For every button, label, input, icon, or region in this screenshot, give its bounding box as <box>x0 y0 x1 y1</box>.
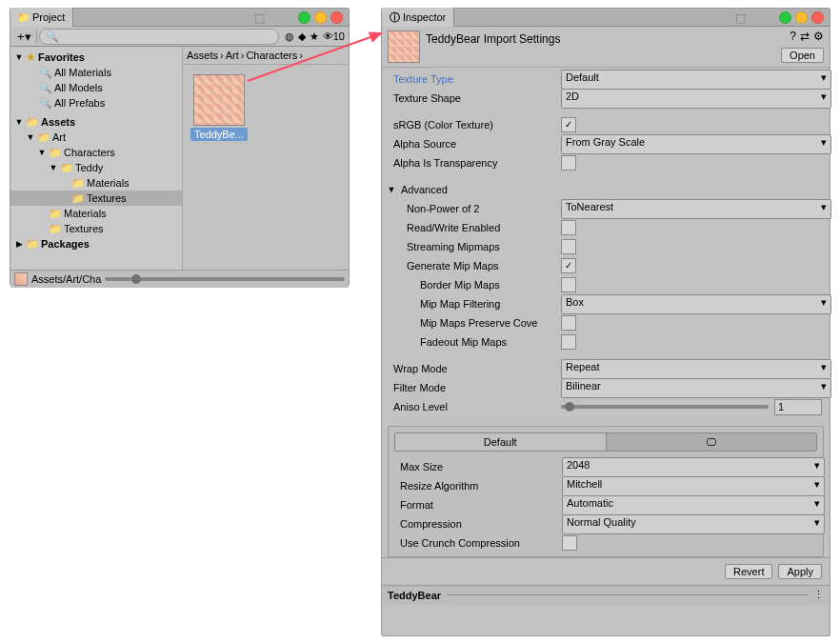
maxsize-select[interactable]: 2048▾ <box>562 457 825 477</box>
filtermode-select[interactable]: Bilinear▾ <box>561 378 831 398</box>
project-content: Assets› Art› Characters› TeddyBe... <box>183 47 349 270</box>
platform-tab-default[interactable]: Default <box>395 433 607 451</box>
create-button[interactable]: +▾ <box>14 30 34 44</box>
project-panel: 📁 Project ⬚ +▾ 🔍 ◍ ◆ ★ 👁 10 ▼ <box>10 8 350 286</box>
chevron-icon: › <box>299 50 303 61</box>
tab-label: Project <box>32 11 65 23</box>
aniso-label: Aniso Level <box>393 401 561 412</box>
texture-thumb[interactable]: TeddyBe... <box>192 74 246 141</box>
search-input[interactable]: 🔍 <box>39 29 279 45</box>
aniso-value[interactable] <box>774 399 822 415</box>
tab-label: Inspector <box>403 11 446 23</box>
format-select[interactable]: Automatic▾ <box>562 495 825 515</box>
texture-shape-label: Texture Shape <box>393 92 561 104</box>
npot-select[interactable]: ToNearest▾ <box>561 199 831 219</box>
favorite-save-icon[interactable]: ★ <box>310 30 319 43</box>
crunch-label: Use Crunch Compression <box>400 537 562 549</box>
resize-select[interactable]: Mitchell▾ <box>562 476 825 496</box>
search-icon: 🔍 <box>39 67 52 79</box>
tree-item[interactable]: ▼📁Art <box>10 130 182 145</box>
favorite-item[interactable]: 🔍 All Materials <box>10 65 182 80</box>
tree-item[interactable]: 📁Materials <box>10 175 182 191</box>
apply-button[interactable]: Apply <box>778 564 822 579</box>
asset-preview-icon <box>388 30 420 63</box>
alpha-transp-checkbox[interactable] <box>561 155 576 171</box>
apply-bar: Revert Apply <box>382 557 830 586</box>
rw-checkbox[interactable] <box>561 220 576 235</box>
fadeout-checkbox[interactable] <box>561 334 576 350</box>
window-controls <box>779 11 824 24</box>
bordermip-label: Border Mip Maps <box>420 279 561 291</box>
texture-type-select[interactable]: Default▾ <box>561 70 831 90</box>
thumb-size-slider[interactable] <box>105 277 345 281</box>
maxsize-label: Max Size <box>400 461 562 472</box>
stream-label: Streaming Mipmaps <box>407 241 561 252</box>
help-icon[interactable]: ? <box>790 30 796 43</box>
revert-button[interactable]: Revert <box>725 564 772 579</box>
advanced-foldout[interactable]: ▼Advanced <box>386 180 822 199</box>
tab-inspector[interactable]: ⓘ Inspector <box>382 8 454 27</box>
folder-icon: 📁 <box>49 208 62 220</box>
resize-label: Resize Algorithm <box>400 480 562 492</box>
alpha-transp-label: Alpha Is Transparency <box>393 157 561 169</box>
preset-icon[interactable]: ⇄ <box>800 30 810 43</box>
folder-icon: 📁 <box>26 116 39 129</box>
tree-item[interactable]: ▼📁Teddy <box>10 160 182 175</box>
min-icon[interactable] <box>779 11 791 24</box>
inspector-header: TeddyBear Import Settings ? ⇄ ⚙ Open <box>382 27 830 68</box>
pin-icon[interactable]: ⬚ <box>735 11 746 25</box>
max-icon[interactable] <box>314 11 327 24</box>
srgb-checkbox[interactable]: ✓ <box>561 117 576 132</box>
tree-item[interactable]: 📁Materials <box>10 206 182 221</box>
crunch-checkbox[interactable] <box>562 535 577 551</box>
project-sidebar[interactable]: ▼★ Favorites 🔍 All Materials 🔍 All Model… <box>10 47 183 270</box>
texture-shape-select[interactable]: 2D▾ <box>561 89 831 109</box>
aniso-slider[interactable] <box>561 405 769 409</box>
wrap-label: Wrap Mode <box>393 363 561 374</box>
bordermip-checkbox[interactable] <box>561 277 576 292</box>
chevron-icon: › <box>241 50 245 61</box>
platform-tab-standalone[interactable]: 🖵 <box>607 433 817 451</box>
tab-project[interactable]: 📁 Project <box>10 8 73 27</box>
stream-checkbox[interactable] <box>561 239 576 254</box>
folder-icon: 📁 <box>60 162 73 174</box>
search-icon: 🔍 <box>46 30 59 43</box>
compression-select[interactable]: Normal Quality▾ <box>562 514 825 534</box>
close-icon[interactable] <box>330 11 343 24</box>
max-icon[interactable] <box>795 11 808 24</box>
preview-bar[interactable]: TeddyBear ⋮ <box>382 586 830 604</box>
hidden-count[interactable]: 👁 10 <box>323 30 345 42</box>
window-controls <box>298 11 343 24</box>
texture-settings: Texture Type Default▾ Texture Shape 2D▾ … <box>382 68 830 420</box>
close-icon[interactable] <box>811 11 824 24</box>
project-toolbar: +▾ 🔍 ◍ ◆ ★ 👁 10 <box>10 27 349 47</box>
gear-icon[interactable]: ⚙ <box>813 30 824 43</box>
breadcrumb[interactable]: Assets› Art› Characters› <box>183 47 349 65</box>
favorite-item[interactable]: 🔍 All Prefabs <box>10 95 182 111</box>
wrap-select[interactable]: Repeat▾ <box>561 359 831 379</box>
tree-item[interactable]: ▼📁Characters <box>10 145 182 160</box>
mipfilter-select[interactable]: Box▾ <box>561 294 831 314</box>
mipcov-checkbox[interactable] <box>561 315 576 331</box>
asset-grid[interactable]: TeddyBe... <box>183 65 349 270</box>
alpha-source-select[interactable]: From Gray Scale▾ <box>561 134 831 154</box>
footer-path: Assets/Art/Cha <box>31 273 101 285</box>
favorite-item[interactable]: 🔍 All Models <box>10 80 182 95</box>
mipcov-label: Mip Maps Preserve Cove <box>420 317 561 329</box>
chevron-icon: › <box>220 50 224 61</box>
thumb-label: TeddyBe... <box>190 128 248 141</box>
folder-icon: 📁 <box>71 192 85 205</box>
filter-label-icon[interactable]: ◆ <box>298 30 306 43</box>
filter-type-icon[interactable]: ◍ <box>285 30 294 43</box>
menu-icon[interactable]: ⋮ <box>813 589 824 601</box>
texture-mini-icon <box>14 272 28 286</box>
genmip-checkbox[interactable]: ✓ <box>561 258 576 273</box>
favorites-header[interactable]: ▼★ Favorites <box>10 50 182 65</box>
packages-header[interactable]: ▶📁 Packages <box>10 236 182 251</box>
tree-item-selected[interactable]: 📁Textures <box>10 191 182 206</box>
pin-icon[interactable]: ⬚ <box>254 11 265 25</box>
tree-item[interactable]: 📁Textures <box>10 221 182 236</box>
assets-header[interactable]: ▼📁 Assets <box>10 114 182 130</box>
min-icon[interactable] <box>298 11 310 24</box>
open-button[interactable]: Open <box>781 48 824 63</box>
